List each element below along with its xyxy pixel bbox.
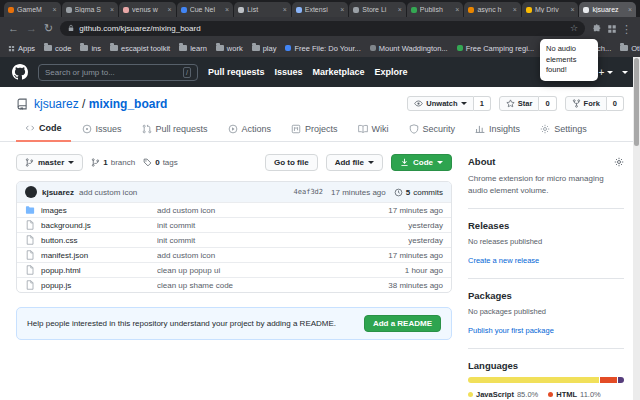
tab-settings[interactable]: Settings <box>531 117 596 141</box>
tab-close-icon[interactable]: × <box>455 6 459 13</box>
add-file-button[interactable]: Add file <box>326 154 383 171</box>
fork-count[interactable]: 0 <box>607 96 624 111</box>
file-name-link[interactable]: button.css <box>41 236 151 245</box>
search-input[interactable]: Search or jump to... / <box>38 64 198 81</box>
browser-tab[interactable]: Publish× <box>407 2 464 17</box>
tab-close-icon[interactable]: × <box>340 6 344 13</box>
nav-explore[interactable]: Explore <box>375 67 408 77</box>
file-row[interactable]: manifest.jsonadd custom icon17 minutes a… <box>17 247 451 262</box>
nav-marketplace[interactable]: Marketplace <box>313 67 365 77</box>
tab-code[interactable]: Code <box>16 117 71 142</box>
tab-close-icon[interactable]: × <box>168 6 172 13</box>
browser-tab-active[interactable]: kjsuarez× <box>579 2 636 17</box>
file-commit-message[interactable]: add custom icon <box>157 251 365 260</box>
branches-link[interactable]: 1branch <box>91 158 135 167</box>
create-release-link[interactable]: Create a new release <box>468 256 539 265</box>
file-row[interactable]: button.cssinit commityesterday <box>17 232 451 247</box>
gear-icon[interactable] <box>614 157 624 167</box>
tab-close-icon[interactable]: × <box>570 6 574 13</box>
url-text[interactable]: github.com/kjsuarez/mixing_board <box>79 24 566 33</box>
file-commit-message[interactable]: init commit <box>157 236 365 245</box>
extension-icon[interactable] <box>607 24 617 34</box>
language-legend-item[interactable]: JavaScript85.0% <box>468 390 538 399</box>
browser-tab[interactable]: Store Li× <box>349 2 406 17</box>
browser-tab[interactable]: Cue Nel× <box>177 2 234 17</box>
bookmark-item[interactable]: play <box>252 44 277 53</box>
bookmark-item[interactable]: learn <box>179 44 207 53</box>
file-row[interactable]: background.jsinit commityesterday <box>17 217 451 232</box>
browser-tab[interactable]: async h× <box>464 2 521 17</box>
tab-projects[interactable]: Projects <box>282 117 347 141</box>
tab-close-icon[interactable]: × <box>628 6 632 13</box>
file-row[interactable]: imagesadd custom icon17 minutes ago <box>17 202 451 217</box>
browser-tab[interactable]: Sigma S× <box>62 2 119 17</box>
watch-count[interactable]: 1 <box>474 96 491 111</box>
tab-wiki[interactable]: Wiki <box>349 117 398 141</box>
url-bar[interactable]: github.com/kjsuarez/mixing_board ☆ <box>60 21 585 36</box>
packages-title[interactable]: Packages <box>468 290 624 301</box>
bookmark-item[interactable]: code <box>44 44 71 53</box>
file-row[interactable]: popup.htmlclean up popup ui1 hour ago <box>17 262 451 277</box>
file-commit-message[interactable]: clean up shame code <box>157 281 365 290</box>
browser-menu-icon[interactable]: ⋮ <box>621 23 632 35</box>
tab-issues[interactable]: Issues <box>73 117 131 141</box>
bookmark-item[interactable]: Free File: Do Your... <box>285 44 360 53</box>
file-name-link[interactable]: images <box>41 206 151 215</box>
language-legend-item[interactable]: HTML11.0% <box>548 390 601 399</box>
browser-tab[interactable]: venus w× <box>119 2 176 17</box>
bookmark-star-icon[interactable]: ☆ <box>570 23 578 33</box>
tab-insights[interactable]: Insights <box>466 117 529 141</box>
file-name-link[interactable]: manifest.json <box>41 251 151 260</box>
unwatch-button[interactable]: Unwatch <box>407 96 473 111</box>
browser-tab[interactable]: Extensi× <box>292 2 349 17</box>
browser-tab[interactable]: List× <box>234 2 291 17</box>
publish-package-link[interactable]: Publish your first package <box>468 326 554 335</box>
scrollbar-thumb[interactable] <box>634 58 639 146</box>
commit-author-avatar[interactable] <box>25 186 37 198</box>
file-commit-message[interactable]: clean up popup ui <box>157 266 365 275</box>
file-name-link[interactable]: background.js <box>41 221 151 230</box>
file-name-link[interactable]: popup.js <box>41 281 151 290</box>
file-commit-message[interactable]: add custom icon <box>157 206 365 215</box>
tab-close-icon[interactable]: × <box>110 6 114 13</box>
fork-button[interactable]: Fork <box>565 96 607 111</box>
commit-sha-link[interactable]: 4eaf3d2 <box>294 188 324 196</box>
tab-pull-requests[interactable]: Pull requests <box>133 117 217 141</box>
scrollbar[interactable] <box>633 57 640 400</box>
bookmark-item[interactable]: work <box>216 44 243 53</box>
browser-tab[interactable]: My Driv× <box>522 2 579 17</box>
bookmark-item[interactable]: ins <box>80 44 101 53</box>
code-button[interactable]: Code <box>391 154 452 171</box>
tab-security[interactable]: Security <box>400 117 465 141</box>
user-avatar[interactable] <box>622 67 628 78</box>
bookmark-item[interactable]: escapist toolkit <box>110 44 170 53</box>
bookmark-item-apps[interactable]: Apps <box>8 44 35 53</box>
tab-close-icon[interactable]: × <box>52 6 56 13</box>
add-readme-button[interactable]: Add a README <box>364 315 441 332</box>
star-button[interactable]: Star <box>499 96 540 111</box>
tab-close-icon[interactable]: × <box>513 6 517 13</box>
create-new-button[interactable]: + <box>598 67 613 78</box>
file-name-link[interactable]: popup.html <box>41 266 151 275</box>
repo-owner-link[interactable]: kjsuarez <box>34 97 79 111</box>
tab-close-icon[interactable]: × <box>283 6 287 13</box>
github-logo[interactable] <box>12 64 28 80</box>
file-row[interactable]: popup.jsclean up shame code38 minutes ag… <box>17 277 451 292</box>
browser-tab[interactable]: GameM× <box>4 2 61 17</box>
repo-name-link[interactable]: mixing_board <box>89 97 168 111</box>
go-to-file-button[interactable]: Go to file <box>265 154 318 171</box>
bookmark-item[interactable]: Free Camping regi... <box>457 44 534 53</box>
nav-issues[interactable]: Issues <box>275 67 303 77</box>
back-button[interactable]: ← <box>8 23 19 34</box>
branch-selector[interactable]: master <box>16 154 83 171</box>
reload-button[interactable]: ↻ <box>44 23 53 34</box>
releases-title[interactable]: Releases <box>468 220 624 231</box>
forward-button[interactable]: → <box>26 23 37 34</box>
commit-message-link[interactable]: add custom icon <box>79 188 137 197</box>
nav-pull-requests[interactable]: Pull requests <box>208 67 265 77</box>
file-commit-message[interactable]: init commit <box>157 221 365 230</box>
tab-close-icon[interactable]: × <box>225 6 229 13</box>
commit-author-link[interactable]: kjsuarez <box>42 188 74 197</box>
bookmark-item[interactable]: Mount Waddington... <box>370 44 448 53</box>
tab-close-icon[interactable]: × <box>398 6 402 13</box>
